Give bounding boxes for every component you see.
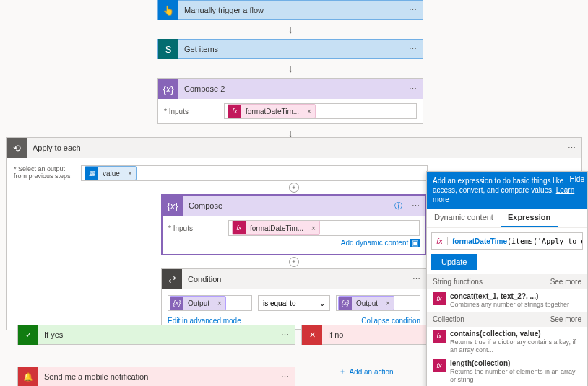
condition-left[interactable]: {x} Output ×	[168, 295, 252, 311]
output-token[interactable]: {x} Output ×	[338, 296, 394, 310]
foreach-icon: ⟲	[7, 138, 27, 158]
if-yes-header[interactable]: ✓ If yes ⋯	[17, 325, 295, 345]
info-icon[interactable]: ⓘ	[391, 201, 405, 211]
fx-icon: fx	[433, 330, 446, 343]
getitems-title: Get items	[178, 45, 402, 53]
see-more-link[interactable]: See more	[550, 278, 581, 286]
chevron-down-icon: ⌄	[319, 299, 325, 307]
arrow-icon: ↓	[287, 59, 293, 78]
condition-icon: ⇄	[162, 269, 182, 289]
condition-operator[interactable]: is equal to ⌄	[258, 295, 330, 311]
token-remove[interactable]: ×	[382, 299, 394, 307]
arrow-icon: ↓	[287, 20, 293, 39]
compose-icon: {x}	[170, 297, 183, 310]
collapse-condition-link[interactable]: Collapse condition	[361, 317, 420, 325]
category-collection: Collection	[433, 315, 464, 323]
condition-right[interactable]: {x} Output ×	[336, 295, 420, 311]
inputs-label: * Inputs	[168, 224, 222, 232]
see-more-link[interactable]: See more	[550, 315, 581, 323]
yes-menu[interactable]: ⋯	[274, 330, 295, 340]
x-icon: ✕	[302, 325, 322, 345]
fx-icon: fx	[432, 237, 448, 245]
formula-input[interactable]: fx formatDateTime(items('Apply_to_each')…	[431, 232, 583, 250]
fx-icon: fx	[233, 221, 246, 234]
tab-expression[interactable]: Expression	[501, 209, 558, 227]
value-token[interactable]: ▦ value ×	[85, 166, 137, 180]
compose2-input[interactable]: fx formatDateTim... ×	[224, 103, 417, 119]
bell-icon: 🔔	[18, 367, 38, 386]
data-icon: ▦	[85, 167, 98, 180]
fx-icon: fx	[228, 105, 241, 118]
compose-menu[interactable]: ⋯	[405, 201, 425, 211]
edit-advanced-link[interactable]: Edit in advanced mode	[168, 317, 241, 325]
compose-icon: {x}	[158, 79, 178, 99]
dynamic-toggle-icon[interactable]: ▣	[410, 239, 420, 247]
inputs-label: * Inputs	[164, 108, 218, 115]
fn-contains[interactable]: fx contains(collection, value)Returns tr…	[427, 327, 587, 357]
compose2-menu[interactable]: ⋯	[402, 84, 423, 94]
if-no-branch: ✕ If no ＋ Add an action	[301, 325, 431, 386]
fn-concat[interactable]: fx concat(text_1, text_2?, ...)Combines …	[427, 289, 587, 312]
compose2-card: {x} Compose 2 ⋯ * Inputs fx formatDateTi…	[157, 78, 423, 124]
fx-icon: fx	[433, 292, 446, 305]
compose-icon: {x}	[163, 196, 183, 216]
condition-header[interactable]: ⇄ Condition ⋯	[162, 269, 426, 289]
condition-title: Condition	[182, 275, 406, 284]
apply-title: Apply to each	[27, 144, 561, 152]
check-icon: ✓	[18, 325, 38, 345]
apply-value-input[interactable]: ▦ value ×	[81, 165, 428, 181]
getitems-menu[interactable]: ⋯	[402, 45, 423, 54]
fx-token[interactable]: fx formatDateTim... ×	[232, 221, 320, 235]
compose-title: Compose	[183, 201, 391, 210]
if-no-header[interactable]: ✕ If no	[301, 325, 431, 345]
trigger-menu[interactable]: ⋯	[402, 6, 423, 15]
tab-dynamic-content[interactable]: Dynamic content	[427, 209, 501, 227]
compose-icon: {x}	[339, 297, 352, 310]
panel-banner: Add an expression to do basic things lik…	[427, 172, 587, 209]
fx-token[interactable]: fx formatDateTim... ×	[228, 104, 316, 118]
hide-button[interactable]: Hide	[569, 175, 584, 184]
if-yes-branch: ✓ If yes ⋯ 🔔 Send me a mobile notificati…	[17, 325, 295, 386]
getitems-step[interactable]: S Get items ⋯	[157, 39, 423, 59]
add-dynamic-link[interactable]: Add dynamic content	[341, 239, 408, 247]
touch-icon: 👆	[158, 0, 178, 20]
trigger-step[interactable]: 👆 Manually trigger a flow ⋯	[157, 0, 423, 20]
compose-input[interactable]: fx formatDateTim... ×	[228, 220, 420, 236]
condition-card: ⇄ Condition ⋯ {x} Output × is equal to	[161, 268, 427, 330]
token-remove[interactable]: ×	[214, 299, 225, 307]
compose-header[interactable]: {x} Compose ⓘ ⋯	[163, 196, 425, 216]
condition-menu[interactable]: ⋯	[406, 275, 426, 284]
apply-menu[interactable]: ⋯	[561, 144, 581, 153]
expression-panel: Add an expression to do basic things lik…	[426, 171, 588, 386]
token-remove[interactable]: ×	[124, 170, 136, 177]
fx-icon: fx	[433, 359, 446, 372]
add-action-link[interactable]: ＋ Add an action	[301, 367, 431, 377]
update-button[interactable]: Update	[431, 254, 477, 270]
compose2-header[interactable]: {x} Compose 2 ⋯	[158, 79, 423, 99]
output-token[interactable]: {x} Output ×	[170, 296, 226, 310]
select-output-label: * Select an output from previous steps	[14, 165, 75, 180]
notification-step[interactable]: 🔔 Send me a mobile notification ⋯	[17, 367, 295, 386]
apply-header[interactable]: ⟲ Apply to each ⋯	[7, 138, 581, 158]
token-remove[interactable]: ×	[308, 224, 319, 232]
compose2-title: Compose 2	[178, 84, 402, 93]
compose-card: {x} Compose ⓘ ⋯ * Inputs fx formatDateTi…	[161, 194, 427, 255]
notif-menu[interactable]: ⋯	[274, 372, 295, 382]
fn-length[interactable]: fx length(collection)Returns the number …	[427, 356, 587, 386]
insert-step-button[interactable]: +	[289, 255, 299, 268]
plus-icon: ＋	[339, 367, 346, 377]
category-string: String functions	[433, 278, 483, 286]
trigger-title: Manually trigger a flow	[178, 6, 402, 14]
token-remove[interactable]: ×	[303, 108, 315, 115]
sharepoint-icon: S	[158, 39, 178, 59]
